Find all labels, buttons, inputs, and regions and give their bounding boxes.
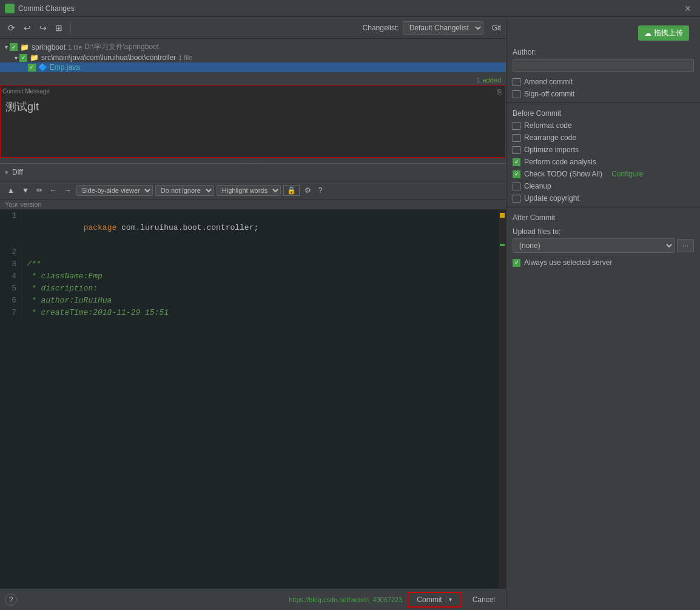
title-bar: Commit Changes ✕ (0, 0, 700, 17)
code-line: 1 package com.luruihua.boot.controller; (0, 210, 506, 246)
sign-off-checkbox[interactable] (513, 90, 520, 98)
tree-meta: 1 file (68, 44, 82, 51)
tree-meta: 1 file (178, 54, 192, 61)
commit-button-label: Commit (417, 595, 442, 604)
diff-resizer[interactable]: ···· (0, 158, 506, 163)
diff-collapse-arrow[interactable]: ▾ (5, 169, 8, 176)
optimize-imports-checkbox[interactable] (513, 146, 520, 154)
line-number: 2 (0, 246, 22, 258)
diff-down-button[interactable]: ▼ (19, 185, 32, 196)
undo-button[interactable]: ↩ (21, 21, 34, 35)
gutter-bar (499, 210, 506, 588)
code-area[interactable]: 1 package com.luruihua.boot.controller; … (0, 210, 506, 588)
diff-toolbar: ▲ ▼ ✏ ← → Side-by-side viewer Do not ign… (0, 181, 506, 199)
bottom-bar: ? https://blog.csdn.net/weixin_43067223 … (0, 588, 506, 610)
line-content: * author:luRuiHua (22, 295, 506, 307)
tree-node-name: src\main\java\com\luruihua\boot\controll… (41, 53, 176, 62)
folder-icon: 📁 (20, 43, 29, 52)
reformat-code-row[interactable]: Reformat code (506, 119, 700, 132)
commit-message-input[interactable]: 测试git (0, 85, 506, 158)
gutter-mark-green (500, 244, 505, 246)
upload-more-button[interactable]: ··· (677, 239, 694, 252)
upload-btn-label: 拖拽上传 (654, 28, 683, 38)
diff-prev-button[interactable]: ← (47, 185, 59, 196)
tree-item[interactable]: ▾ ✓ 📁 springboot 1 file D:\学习文件\springbo… (0, 41, 506, 53)
tree-checkbox[interactable]: ✓ (19, 54, 27, 62)
line-content: * discription: (22, 283, 506, 295)
diff-header: ▾ Diff (0, 163, 506, 181)
perform-analysis-row[interactable]: ✓ Perform code analysis (506, 156, 700, 168)
commit-message-toolbar: ⎘ (496, 87, 503, 98)
tree-item[interactable]: ▾ ✓ 📁 src\main\java\com\luruihua\boot\co… (0, 53, 506, 62)
line-number: 4 (0, 270, 22, 283)
tree-checkbox[interactable]: ✓ (10, 43, 18, 51)
always-use-server-checkbox[interactable]: ✓ (513, 259, 520, 267)
diff-edit-button[interactable]: ✏ (34, 185, 45, 196)
optimize-imports-row[interactable]: Optimize imports (506, 144, 700, 156)
export-commit-button[interactable]: ⎘ (496, 87, 503, 98)
tree-item-selected[interactable]: ✓ 🔷 Emp.java (0, 62, 506, 72)
tree-arrow-icon (24, 64, 26, 71)
divider-2 (506, 207, 700, 207)
settings-icon-button[interactable]: ⚙ (302, 185, 314, 196)
redo-button[interactable]: ↪ (36, 21, 50, 35)
line-number: 5 (0, 283, 22, 295)
view-mode-button[interactable]: ⊞ (52, 21, 66, 35)
upload-row: (none) ··· (513, 238, 694, 253)
configure-link[interactable]: Configure (611, 170, 643, 178)
rearrange-code-row[interactable]: Rearrange code (506, 132, 700, 144)
tree-arrow-icon: ▾ (15, 55, 18, 61)
reformat-code-checkbox[interactable] (513, 122, 520, 130)
reformat-code-label: Reformat code (524, 121, 572, 130)
commit-message-section: Commit Message ⎘ 测试git (0, 85, 506, 158)
update-copyright-checkbox[interactable] (513, 195, 520, 203)
author-input[interactable] (513, 59, 694, 72)
tree-checkbox[interactable]: ✓ (28, 64, 36, 72)
viewer-select[interactable]: Side-by-side viewer (76, 185, 153, 196)
cleanup-checkbox[interactable] (513, 183, 520, 190)
upload-server-select[interactable]: (none) (513, 238, 675, 253)
optimize-imports-label: Optimize imports (524, 146, 579, 154)
code-line: 4 * className:Emp (0, 270, 506, 283)
diff-up-button[interactable]: ▲ (5, 185, 17, 196)
lock-icon-button[interactable]: 🔒 (283, 185, 300, 196)
always-use-server-row[interactable]: ✓ Always use selected server (506, 256, 700, 269)
amend-commit-label: Amend commit (524, 78, 573, 86)
divider (506, 102, 700, 103)
left-panel: ⟳ ↩ ↪ ⊞ Changelist: Default Changelist G… (0, 17, 506, 610)
rearrange-code-checkbox[interactable] (513, 134, 520, 142)
line-number: 1 (0, 210, 22, 222)
check-todo-row[interactable]: ✓ Check TODO (Show All) Configure (506, 168, 700, 180)
perform-analysis-checkbox[interactable]: ✓ (513, 158, 520, 166)
code-line: 3 /** (0, 258, 506, 270)
highlight-select[interactable]: Highlight words (217, 185, 281, 196)
tree-node-name: springboot (32, 43, 66, 52)
commit-dropdown-arrow[interactable]: ▾ (446, 596, 452, 603)
help-diff-button[interactable]: ? (316, 185, 325, 196)
window-title: Commit Changes (18, 4, 681, 13)
cancel-button[interactable]: Cancel (466, 593, 501, 606)
author-label: Author: (513, 48, 694, 56)
file-tree: ▾ ✓ 📁 springboot 1 file D:\学习文件\springbo… (0, 39, 506, 75)
ignore-select[interactable]: Do not ignore (155, 185, 214, 196)
upload-btn-section: ☁ 拖拽上传 (506, 17, 700, 44)
after-commit-title: After Commit (506, 210, 700, 224)
sign-off-commit-row[interactable]: Sign-off commit (506, 88, 700, 100)
help-button[interactable]: ? (5, 594, 17, 606)
upload-drag-button[interactable]: ☁ 拖拽上传 (638, 25, 689, 41)
code-line: 5 * discription: (0, 283, 506, 295)
changelist-section: Changelist: Default Changelist Git (363, 21, 501, 35)
author-section: Author: (506, 44, 700, 76)
code-line: 2 (0, 246, 506, 258)
commit-button[interactable]: Commit ▾ (407, 592, 461, 608)
amend-commit-row[interactable]: Amend commit (506, 76, 700, 88)
close-button[interactable]: ✕ (681, 2, 695, 15)
diff-next-button[interactable]: → (62, 185, 74, 196)
diff-section: ▾ Diff ▲ ▼ ✏ ← → Side-by-side viewer Do … (0, 163, 506, 588)
amend-commit-checkbox[interactable] (513, 78, 520, 86)
check-todo-checkbox[interactable]: ✓ (513, 170, 520, 178)
changelist-select[interactable]: Default Changelist (403, 21, 483, 35)
update-copyright-row[interactable]: Update copyright (506, 192, 700, 204)
cleanup-row[interactable]: Cleanup (506, 180, 700, 192)
update-project-button[interactable]: ⟳ (5, 21, 18, 35)
